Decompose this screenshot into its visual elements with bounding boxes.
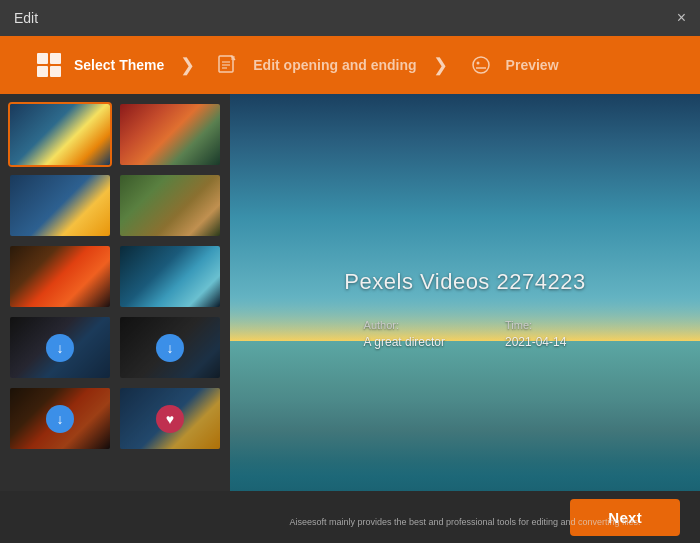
download-icon[interactable]: ↓ bbox=[156, 334, 184, 362]
download-icon[interactable]: ↓ bbox=[46, 405, 74, 433]
select-theme-icon bbox=[32, 48, 66, 82]
step-2-label: Edit opening and ending bbox=[253, 57, 416, 73]
time-value: 2021-04-14 bbox=[505, 335, 566, 349]
download-overlay: ♥ bbox=[120, 388, 220, 449]
window-title: Edit bbox=[14, 10, 38, 26]
svg-rect-0 bbox=[37, 53, 48, 64]
step-1[interactable]: Select Theme bbox=[20, 48, 176, 82]
svg-rect-3 bbox=[50, 66, 61, 77]
thumbnail-item[interactable] bbox=[8, 244, 112, 309]
thumbnail-image bbox=[120, 104, 220, 165]
thumbnail-item[interactable]: ♥ bbox=[118, 386, 222, 451]
svg-rect-1 bbox=[50, 53, 61, 64]
thumbnail-item[interactable]: ↓ bbox=[8, 315, 112, 380]
step-2[interactable]: Edit opening and ending bbox=[199, 48, 428, 82]
close-button[interactable]: × bbox=[677, 10, 686, 26]
author-group: Author: A great director bbox=[364, 319, 445, 349]
thumbnail-item[interactable] bbox=[118, 244, 222, 309]
thumbnail-item[interactable] bbox=[8, 102, 112, 167]
preview-title: Pexels Videos 2274223 bbox=[344, 269, 585, 295]
download-icon[interactable]: ♥ bbox=[156, 405, 184, 433]
svg-point-9 bbox=[473, 57, 489, 73]
step-1-label: Select Theme bbox=[74, 57, 164, 73]
author-value: A great director bbox=[364, 335, 445, 349]
thumbnail-image bbox=[10, 175, 110, 236]
download-icon[interactable]: ↓ bbox=[46, 334, 74, 362]
preview-content: Pexels Videos 2274223 Author: A great di… bbox=[230, 94, 700, 543]
time-label: Time: bbox=[505, 319, 566, 331]
preview-panel: Pexels Videos 2274223 Author: A great di… bbox=[230, 94, 700, 543]
thumbnail-item[interactable] bbox=[8, 173, 112, 238]
preview-meta: Author: A great director Time: 2021-04-1… bbox=[364, 319, 567, 349]
title-bar: Edit × bbox=[0, 0, 700, 36]
thumbnail-item[interactable]: ↓ bbox=[8, 386, 112, 451]
preview-footer: Aiseesoft mainly provides the best and p… bbox=[230, 517, 700, 527]
svg-rect-4 bbox=[219, 56, 233, 72]
svg-point-10 bbox=[476, 62, 479, 65]
thumbnail-image bbox=[10, 246, 110, 307]
thumbnail-image bbox=[120, 175, 220, 236]
edit-icon bbox=[211, 48, 245, 82]
download-overlay: ↓ bbox=[10, 317, 110, 378]
preview-icon bbox=[464, 48, 498, 82]
svg-rect-5 bbox=[231, 56, 235, 60]
thumbnail-item[interactable] bbox=[118, 173, 222, 238]
thumbnail-image bbox=[120, 246, 220, 307]
step-bar: Select Theme ❯ Edit opening and ending ❯ bbox=[0, 36, 700, 94]
thumbnail-item[interactable] bbox=[118, 102, 222, 167]
step-arrow-1: ❯ bbox=[180, 54, 195, 76]
download-overlay: ↓ bbox=[10, 388, 110, 449]
main-area: ↓ ↓ ↓ ♥ Pexels Videos 22 bbox=[0, 94, 700, 543]
thumbnail-item[interactable]: ↓ bbox=[118, 315, 222, 380]
step-3[interactable]: Preview bbox=[452, 48, 571, 82]
thumbnail-panel: ↓ ↓ ↓ ♥ bbox=[0, 94, 230, 543]
author-label: Author: bbox=[364, 319, 445, 331]
thumbnail-image bbox=[10, 104, 110, 165]
time-group: Time: 2021-04-14 bbox=[505, 319, 566, 349]
svg-rect-2 bbox=[37, 66, 48, 77]
step-arrow-2: ❯ bbox=[433, 54, 448, 76]
step-3-label: Preview bbox=[506, 57, 559, 73]
download-overlay: ↓ bbox=[120, 317, 220, 378]
